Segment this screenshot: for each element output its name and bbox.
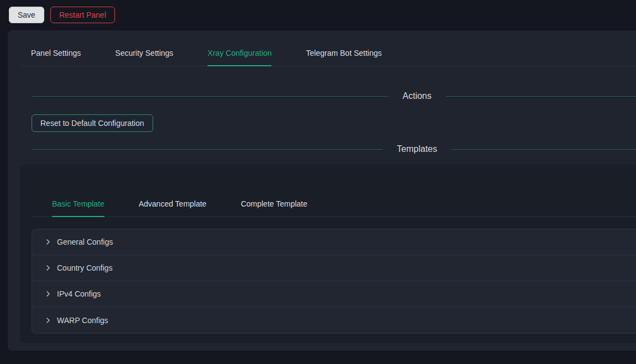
collapse-label: Country Configs: [57, 262, 112, 274]
tab-xray-configuration[interactable]: Xray Configuration: [207, 43, 272, 66]
divider-line: [451, 149, 636, 150]
collapse-label: WARP Configs: [57, 314, 108, 326]
topbar: Save Restart Panel: [9, 7, 115, 23]
divider-line: [32, 96, 388, 97]
divider-line: [32, 149, 383, 150]
tab-basic-template[interactable]: Basic Template: [52, 193, 105, 217]
tab-panel-settings[interactable]: Panel Settings: [31, 43, 81, 66]
settings-card: Panel Settings Security Settings Xray Co…: [8, 30, 636, 351]
config-collapse-list: General Configs Country Configs IPv4 Con…: [32, 229, 636, 334]
tab-complete-template[interactable]: Complete Template: [241, 193, 307, 217]
collapse-row-ipv4-configs[interactable]: IPv4 Configs: [32, 281, 636, 307]
chevron-right-icon: [45, 291, 51, 297]
collapse-label: IPv4 Configs: [57, 288, 101, 300]
tab-telegram-bot-settings[interactable]: Telegram Bot Settings: [306, 43, 382, 66]
restart-panel-button[interactable]: Restart Panel: [50, 7, 115, 23]
templates-divider: Templates: [32, 143, 636, 156]
actions-section-title: Actions: [388, 89, 446, 103]
divider-line: [446, 96, 636, 97]
collapse-row-country-configs[interactable]: Country Configs: [32, 255, 636, 281]
tab-security-settings[interactable]: Security Settings: [115, 43, 173, 66]
template-tabs: Basic Template Advanced Template Complet…: [32, 193, 636, 217]
templates-section-title: Templates: [383, 143, 452, 156]
reset-default-config-button[interactable]: Reset to Default Configuration: [32, 114, 153, 132]
templates-card: Basic Template Advanced Template Complet…: [20, 165, 636, 343]
actions-divider: Actions: [32, 89, 636, 103]
collapse-row-general-configs[interactable]: General Configs: [32, 229, 636, 255]
save-button[interactable]: Save: [9, 7, 44, 23]
tab-advanced-template[interactable]: Advanced Template: [139, 193, 207, 217]
chevron-right-icon: [45, 265, 51, 271]
settings-tabs: Panel Settings Security Settings Xray Co…: [20, 43, 636, 66]
chevron-right-icon: [45, 317, 51, 324]
chevron-right-icon: [45, 239, 51, 245]
collapse-label: General Configs: [57, 236, 113, 248]
collapse-row-warp-configs[interactable]: WARP Configs: [32, 307, 636, 333]
